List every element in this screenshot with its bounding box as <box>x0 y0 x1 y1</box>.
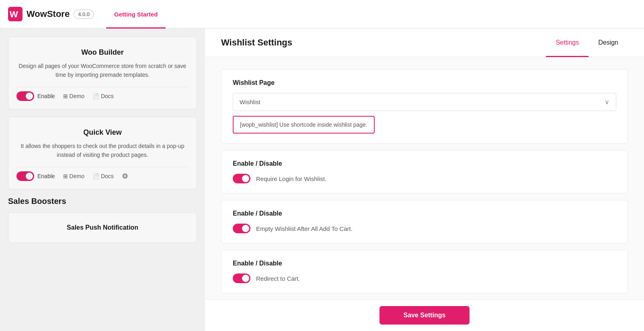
panel-tabs: Settings Design <box>546 29 628 57</box>
external-link-icon2: ⊞ <box>63 173 68 179</box>
login-toggle[interactable] <box>233 174 250 183</box>
logo-text: WowStore <box>27 9 70 19</box>
enable-disable-redirect-title: Enable / Disable <box>233 260 616 267</box>
panel-footer: Save Settings <box>205 299 644 331</box>
docs-icon: 📄 <box>92 93 99 99</box>
chevron-down-icon: ∨ <box>605 98 609 106</box>
svg-text:W: W <box>10 9 18 19</box>
shortcode-box: [wopb_wishlist] Use shortcode inside wis… <box>233 116 375 134</box>
enable-disable-empty-title: Enable / Disable <box>233 210 616 217</box>
woo-builder-toggle-row: Enable <box>16 91 55 101</box>
nav-getting-started[interactable]: Getting Started <box>106 0 166 29</box>
version-badge: 4.0.0 <box>74 10 94 19</box>
empty-toggle-label: Empty Wishlist After All Add To Cart. <box>256 225 353 232</box>
quick-view-toggle-row: Enable <box>16 171 55 181</box>
wowstore-logo-icon: W <box>8 7 23 21</box>
quick-view-enable-label: Enable <box>37 173 55 179</box>
content-area: Woo Builder Design all pages of your Woo… <box>0 29 644 331</box>
woo-builder-docs-link[interactable]: 📄 Docs <box>92 93 114 99</box>
wishlist-page-dropdown[interactable]: Wishlist ∨ <box>233 93 616 111</box>
woo-builder-toggle[interactable] <box>16 91 34 101</box>
empty-toggle-row: Empty Wishlist After All Add To Cart. <box>233 224 616 233</box>
quick-view-desc: It allows the shoppers to check out the … <box>16 142 189 160</box>
empty-toggle[interactable] <box>233 224 250 233</box>
sales-boosters-section: Sales Boosters Sales Push Notification <box>8 197 197 243</box>
redirect-toggle-label: Redirect to Cart. <box>256 275 300 282</box>
logo-area: W WowStore 4.0.0 <box>8 7 94 21</box>
woo-builder-enable-label: Enable <box>37 93 55 99</box>
redirect-toggle[interactable] <box>233 273 250 283</box>
panel-title: Wishlist Settings <box>221 37 292 48</box>
gear-icon[interactable]: ⚙ <box>122 172 128 181</box>
woo-builder-actions: Enable ⊞ Demo 📄 Docs <box>16 87 189 101</box>
tab-design[interactable]: Design <box>589 29 628 57</box>
wishlist-page-section: Wishlist Page Wishlist ∨ [wopb_wishlist]… <box>221 69 628 144</box>
quick-view-title: Quick View <box>16 128 189 137</box>
top-bar: W WowStore 4.0.0 Getting Started <box>0 0 644 29</box>
login-toggle-label: Require Login for Wishlist. <box>256 175 326 182</box>
panel-body: Wishlist Page Wishlist ∨ [wopb_wishlist]… <box>205 57 644 299</box>
quick-view-actions: Enable ⊞ Demo 📄 Docs ⚙ <box>16 167 189 181</box>
woo-builder-title: Woo Builder <box>16 48 189 57</box>
quick-view-docs-link[interactable]: 📄 Docs <box>92 173 114 179</box>
woo-builder-card: Woo Builder Design all pages of your Woo… <box>8 37 197 109</box>
woo-builder-demo-link[interactable]: ⊞ Demo <box>63 93 84 99</box>
quick-view-card: Quick View It allows the shoppers to che… <box>8 117 197 189</box>
enable-disable-empty-section: Enable / Disable Empty Wishlist After Al… <box>221 200 628 243</box>
save-settings-button[interactable]: Save Settings <box>379 306 470 325</box>
redirect-toggle-row: Redirect to Cart. <box>233 273 616 283</box>
login-toggle-row: Require Login for Wishlist. <box>233 174 616 183</box>
panel-header: Wishlist Settings Settings Design <box>205 29 644 57</box>
wishlist-settings-panel: Wishlist Settings Settings Design Wishli… <box>205 29 644 331</box>
tab-settings[interactable]: Settings <box>546 29 589 57</box>
enable-disable-login-title: Enable / Disable <box>233 160 616 167</box>
docs-icon2: 📄 <box>92 173 99 179</box>
enable-disable-redirect-section: Enable / Disable Redirect to Cart. <box>221 250 628 293</box>
sales-push-title: Sales Push Notification <box>16 224 189 231</box>
wishlist-page-section-title: Wishlist Page <box>233 79 616 86</box>
sales-boosters-heading: Sales Boosters <box>8 197 197 206</box>
enable-disable-login-section: Enable / Disable Require Login for Wishl… <box>221 150 628 193</box>
quick-view-toggle[interactable] <box>16 171 34 181</box>
left-panel: Woo Builder Design all pages of your Woo… <box>0 29 205 331</box>
woo-builder-desc: Design all pages of your WooCommerce sto… <box>16 62 189 80</box>
sales-push-card: Sales Push Notification <box>8 212 197 243</box>
external-link-icon: ⊞ <box>63 93 68 99</box>
quick-view-demo-link[interactable]: ⊞ Demo <box>63 173 84 179</box>
